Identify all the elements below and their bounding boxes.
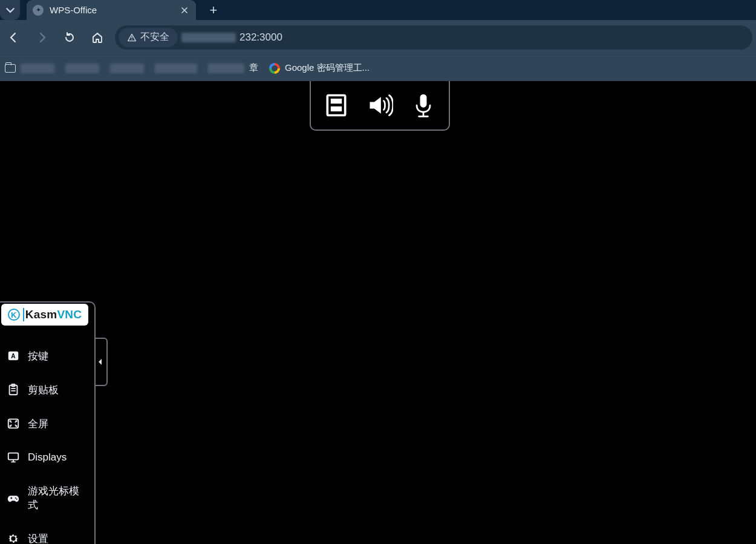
svg-rect-10 (8, 453, 19, 460)
svg-rect-1 (327, 96, 345, 116)
bookmarks-bar: xxxx xxxx xxxx xxxxx xxxx 章 Google 密码管理工… (0, 54, 756, 81)
bookmark-redacted: xxxxx (155, 64, 197, 73)
bookmark-item[interactable]: xxxxx (155, 64, 197, 73)
sidebar-item-fullscreen[interactable]: 全屏 (0, 407, 94, 441)
url-visible-tail: 232:3000 (240, 31, 282, 44)
keyboard-key-icon: A (6, 349, 21, 363)
gear-icon (6, 531, 21, 544)
microphone-icon (410, 92, 437, 119)
svg-rect-4 (420, 94, 427, 108)
tab-favicon: ✦ (33, 5, 44, 16)
new-tab-button[interactable]: + (203, 0, 224, 20)
clipboard-icon (6, 382, 21, 397)
bookmark-redacted: xxxx (65, 64, 99, 73)
security-chip[interactable]: 不安全 (119, 28, 178, 47)
back-button[interactable] (4, 27, 24, 48)
tab-title: WPS-Office (50, 5, 173, 15)
bookmark-item[interactable]: xxxx 章 (208, 62, 258, 74)
tab-close-button[interactable] (179, 5, 190, 16)
tabs-dropdown-button[interactable] (0, 0, 20, 20)
svg-text:A: A (11, 353, 16, 359)
kasmvnc-logo: K KasmVNC (1, 304, 88, 326)
sidebar-item-gamecursor[interactable]: 游戏光标模式 (0, 474, 94, 522)
monitor-icon (6, 450, 21, 465)
sidebar-item-settings[interactable]: 设置 (0, 522, 94, 544)
svg-point-0 (131, 39, 132, 39)
sidebar-item-label: 全屏 (28, 417, 48, 431)
security-label: 不安全 (140, 31, 169, 44)
bookmark-label-suffix: 章 (249, 62, 258, 74)
svg-point-11 (15, 497, 16, 499)
bookmark-folder[interactable]: xxxx (5, 64, 54, 73)
file-manager-button[interactable] (319, 88, 353, 122)
browser-toolbar: 不安全 xxxxxxxx 232:3000 (0, 20, 756, 54)
logo-text-kasm: Kasm (25, 308, 57, 321)
browser-tab[interactable]: ✦ WPS-Office (27, 0, 196, 20)
microphone-button[interactable] (406, 88, 440, 122)
warning-icon (127, 33, 137, 42)
svg-rect-2 (331, 99, 342, 103)
address-bar[interactable]: 不安全 xxxxxxxx 232:3000 (115, 25, 752, 50)
sidebar-item-label: 设置 (28, 532, 48, 545)
bookmark-label: Google 密码管理工... (285, 62, 370, 74)
svg-rect-3 (331, 107, 342, 111)
vnc-viewport[interactable]: K KasmVNC A 按键 剪贴板 全屏 (0, 81, 756, 544)
sidebar-collapse-handle[interactable] (94, 338, 108, 386)
sidebar-item-label: Displays (28, 451, 67, 464)
logo-text-vnc: VNC (57, 308, 82, 321)
tab-strip: ✦ WPS-Office + (0, 0, 756, 20)
gamepad-icon (6, 491, 21, 505)
sidebar-menu: A 按键 剪贴板 全屏 Displays (0, 336, 94, 544)
folder-icon (5, 64, 16, 73)
sidebar-item-label: 剪贴板 (28, 383, 59, 397)
google-icon (269, 63, 280, 74)
bookmark-redacted: xxxx (21, 64, 54, 73)
reload-button[interactable] (59, 27, 80, 48)
sidebar-item-label: 游戏光标模式 (28, 484, 88, 512)
file-cabinet-icon (323, 92, 350, 119)
bookmark-item[interactable]: xxxx (65, 64, 99, 73)
bookmark-google-passwords[interactable]: Google 密码管理工... (269, 62, 370, 74)
fullscreen-icon (6, 416, 21, 431)
speaker-icon (367, 92, 393, 119)
kasm-badge-icon: K (8, 309, 20, 321)
kasm-top-toolbar (310, 81, 450, 131)
svg-point-12 (16, 499, 18, 500)
sidebar-item-displays[interactable]: Displays (0, 441, 94, 474)
url-redacted: xxxxxxxx (181, 33, 236, 42)
audio-button[interactable] (363, 88, 397, 122)
sidebar-item-clipboard[interactable]: 剪贴板 (0, 373, 94, 407)
bookmark-item[interactable]: xxxx (110, 64, 144, 73)
home-button[interactable] (87, 27, 108, 48)
sidebar-item-label: 按键 (28, 349, 48, 363)
kasm-sidebar: K KasmVNC A 按键 剪贴板 全屏 (0, 301, 96, 544)
sidebar-item-keys[interactable]: A 按键 (0, 339, 94, 373)
chevron-left-icon (97, 358, 103, 365)
forward-button[interactable] (31, 27, 52, 48)
bookmark-redacted: xxxx (110, 64, 144, 73)
bookmark-redacted: xxxx (208, 64, 244, 73)
